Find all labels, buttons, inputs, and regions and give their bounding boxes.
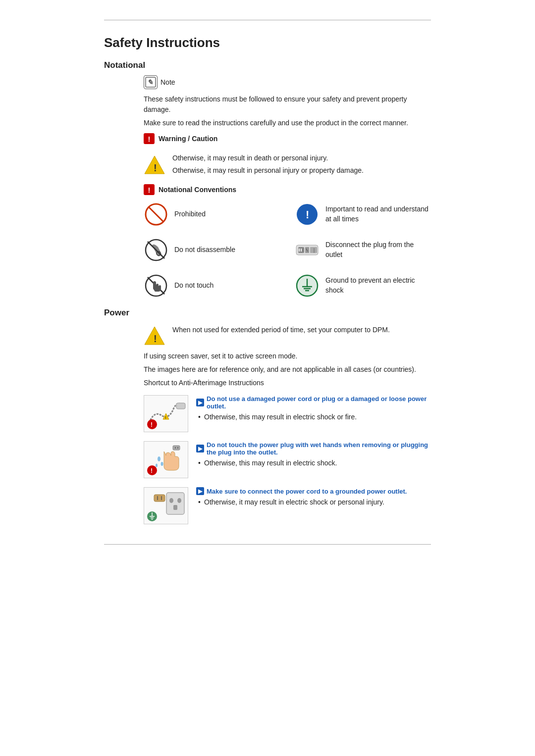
power-item-cord: ! ! ▶ Do not use a damaged power cord or…: [104, 395, 431, 432]
note-text1: These safety instructions must be follow…: [104, 94, 431, 115]
note-label: Note: [160, 78, 175, 86]
convention-disconnect: Disconnect the plug from the outlet: [295, 238, 431, 262]
top-divider: [104, 20, 431, 20]
svg-rect-30: [176, 403, 185, 409]
power-warning-text1: When not used for extended period of tim…: [172, 325, 390, 335]
svg-rect-48: [173, 505, 177, 510]
power-wet-hands-bullet: Otherwise, this may result in electric s…: [196, 458, 431, 468]
power-triangle-icon: !: [144, 326, 165, 347]
svg-point-47: [177, 498, 181, 503]
disconnect-label: Disconnect the plug from the outlet: [325, 240, 431, 259]
conventions-heading: Notational Conventions: [159, 186, 236, 194]
power-ground-blue-label: ▶ Make sure to connect the power cord to…: [196, 487, 431, 495]
power-text2: If using screen saver, set it to active …: [144, 351, 431, 361]
ground-label: Ground to prevent an electric shock: [325, 276, 431, 295]
conventions-label-row: ! Notational Conventions: [104, 184, 431, 195]
power-item-ground: ▶ Make sure to connect the power cord to…: [104, 487, 431, 524]
prohibited-label: Prohibited: [174, 209, 206, 219]
important-icon: !: [295, 202, 320, 227]
blue-arrow-icon-2: ▶: [196, 445, 204, 453]
power-wet-hands-text-block: ▶ Do not touch the power plug with wet h…: [196, 441, 431, 469]
svg-text:!: !: [165, 415, 166, 420]
svg-text:!: !: [154, 162, 157, 173]
bottom-divider: [104, 544, 431, 545]
convention-disassemble: Do not disassemble: [144, 238, 280, 262]
svg-rect-49: [154, 495, 165, 502]
power-heading: Power: [104, 308, 431, 318]
svg-text:✎: ✎: [147, 78, 153, 86]
conventions-exclaim-icon: !: [144, 184, 155, 195]
convention-prohibited: Prohibited: [144, 202, 280, 227]
svg-rect-39: [173, 446, 180, 450]
power-wet-hands-label-text: Do not touch the power plug with wet han…: [207, 441, 431, 456]
warning-label: Warning / Caution: [159, 135, 217, 143]
conventions-grid: Prohibited ! Important to read and under…: [104, 202, 431, 298]
blue-arrow-icon-1: ▶: [196, 399, 204, 406]
convention-important: ! Important to read and under­stand at a…: [295, 202, 431, 227]
power-cord-bullet: Otherwise, this may result in electric s…: [196, 412, 431, 422]
power-item-wet-hands: ! ▶ Do not touch the power plug with wet…: [104, 441, 431, 478]
no-touch-label: Do not touch: [174, 281, 214, 291]
svg-point-46: [169, 498, 173, 503]
warning-text2: Otherwise, it may result in personal inj…: [172, 165, 364, 176]
svg-text:!: !: [306, 208, 309, 221]
power-warning-texts: When not used for extended period of tim…: [172, 325, 390, 337]
power-text3: The images here are for reference only, …: [144, 364, 431, 375]
power-image-cord: ! !: [144, 395, 188, 432]
disassemble-label: Do not disassemble: [174, 245, 235, 255]
triangle-warning-icon: !: [144, 155, 165, 176]
svg-rect-45: [166, 493, 184, 514]
svg-line-5: [149, 207, 163, 222]
power-cord-label-text: Do not use a damaged power cord or plug …: [207, 395, 431, 410]
ground-icon: [295, 273, 320, 298]
note-row: ✎ Note: [104, 75, 431, 89]
power-ground-text-block: ▶ Make sure to connect the power cord to…: [196, 487, 431, 508]
power-wet-hands-blue-label: ▶ Do not touch the power plug with wet h…: [196, 441, 431, 456]
warning-exclaim-icon: !: [144, 133, 155, 144]
warning-text1: Otherwise, it may result in death or per…: [172, 153, 364, 163]
note-icon: ✎: [144, 75, 158, 89]
convention-ground: Ground to prevent an electric shock: [295, 273, 431, 298]
power-image-wet-hands: !: [144, 441, 188, 478]
svg-text:!: !: [151, 421, 153, 428]
important-label: Important to read and under­stand at all…: [325, 204, 431, 224]
convention-no-touch: Do not touch: [144, 273, 280, 298]
warning-label-row: ! Warning / Caution: [104, 133, 431, 144]
prohibited-icon: [144, 202, 168, 227]
power-text4: Shortcut to Anti-Afterimage Instructions: [144, 378, 431, 388]
warning-texts: Otherwise, it may result in death or per…: [172, 153, 364, 176]
power-cord-blue-label: ▶ Do not use a damaged power cord or plu…: [196, 395, 431, 410]
power-ground-bullet: Otherwise, it may result in electric sho…: [196, 497, 431, 507]
disassemble-icon: [144, 238, 168, 262]
no-touch-icon: [144, 273, 168, 298]
power-image-ground: [144, 487, 188, 524]
page-title: Safety Instructions: [104, 35, 431, 50]
svg-text:!: !: [154, 333, 157, 344]
svg-point-36: [158, 456, 160, 461]
note-text2: Make sure to read the instructions caref…: [104, 118, 431, 128]
svg-point-38: [156, 464, 158, 467]
power-cord-text-block: ▶ Do not use a damaged power cord or plu…: [196, 395, 431, 423]
svg-point-37: [161, 462, 163, 466]
disconnect-icon: [295, 238, 320, 262]
svg-text:!: !: [151, 467, 153, 474]
blue-arrow-icon-3: ▶: [196, 487, 204, 495]
notational-heading: Notational: [104, 60, 431, 70]
power-ground-label-text: Make sure to connect the power cord to a…: [207, 488, 407, 495]
